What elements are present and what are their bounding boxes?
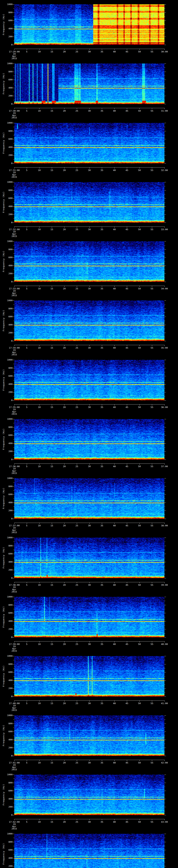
- y-minor-tick-mark: [13, 692, 14, 693]
- y-minor-tick-mark: [165, 727, 165, 728]
- x-tick-mark: [89, 108, 90, 109]
- y-tick-label: 1000: [4, 714, 12, 716]
- x-tick-mark: [14, 819, 14, 820]
- x-tick-mark: [89, 464, 90, 465]
- y-minor-tick-mark: [13, 506, 14, 507]
- end-time-label: 43:00: [157, 821, 172, 823]
- x-tick-mark: [27, 49, 27, 50]
- y-tick-mark: [13, 740, 14, 740]
- y-minor-tick-mark: [13, 143, 14, 144]
- end-time-label: 38:00: [157, 524, 172, 527]
- y-minor-tick-mark: [165, 337, 165, 337]
- spectrogram-panel: Frequency (Hz) 0200400600800100017:30:00…: [0, 59, 178, 119]
- y-minor-tick-mark: [13, 321, 14, 321]
- y-tick-label: 800: [4, 70, 12, 73]
- y-tick-label: 1000: [4, 418, 12, 420]
- y-minor-tick-mark: [13, 633, 14, 633]
- spectrogram-canvas: [14, 64, 165, 104]
- x-tick-mark: [127, 108, 127, 109]
- y-tick-mark: [13, 621, 14, 621]
- y-minor-tick-mark: [165, 388, 165, 389]
- y-minor-tick-mark: [165, 625, 165, 625]
- x-tick-mark: [102, 642, 102, 643]
- y-tick-label: 400: [4, 739, 12, 741]
- y-tick-label: 1000: [4, 477, 12, 479]
- y-tick-label: 200: [4, 450, 12, 453]
- y-minor-tick-mark: [13, 727, 14, 728]
- x-tick-mark: [14, 582, 14, 583]
- end-time-label: 39:00: [157, 584, 172, 586]
- y-tick-label: 1000: [4, 62, 12, 65]
- y-tick-mark: [13, 400, 14, 401]
- y-tick-label: 200: [4, 806, 12, 808]
- spectrogram-panel: Frequency (Hz) 0200400600800100017:37:00…: [0, 474, 178, 533]
- end-time-label: 32:00: [157, 169, 172, 172]
- y-tick-label: 400: [4, 501, 12, 504]
- y-tick-mark: [165, 570, 166, 570]
- y-tick-mark: [13, 478, 14, 478]
- y-tick-mark: [165, 740, 166, 740]
- y-tick-label: 1000: [4, 240, 12, 242]
- spectrogram-panel: Frequency (Hz) 0200400600800100017:29:00…: [0, 0, 178, 59]
- x-tick-mark: [127, 582, 127, 583]
- y-minor-tick-mark: [165, 795, 165, 795]
- y-minor-tick-mark: [165, 210, 165, 211]
- y-tick-label: 400: [4, 146, 12, 148]
- x-tick-mark: [89, 345, 90, 346]
- x-tick-mark: [102, 108, 102, 109]
- y-axis-title: Frequency (Hz): [2, 4, 5, 44]
- y-tick-mark: [165, 12, 166, 13]
- y-minor-tick-mark: [13, 676, 14, 677]
- y-axis-title: Frequency (Hz): [2, 597, 5, 637]
- x-tick-mark: [27, 345, 27, 346]
- y-minor-tick-mark: [165, 633, 165, 633]
- x-tick-mark: [102, 582, 102, 583]
- y-minor-tick-mark: [165, 372, 165, 372]
- y-tick-label: 200: [4, 332, 12, 334]
- spectrogram-canvas: [14, 241, 165, 282]
- x-tick-mark: [127, 523, 127, 524]
- x-tick-mark: [102, 167, 102, 168]
- x-tick-mark: [14, 286, 14, 287]
- y-tick-mark: [165, 613, 166, 613]
- y-minor-tick-mark: [165, 719, 165, 720]
- y-tick-mark: [165, 360, 166, 360]
- y-tick-label: 1000: [4, 3, 12, 5]
- y-minor-tick-mark: [165, 321, 165, 321]
- y-tick-mark: [165, 723, 166, 724]
- y-tick-mark: [13, 12, 14, 13]
- y-tick-label: 800: [4, 367, 12, 369]
- x-tick-mark: [89, 286, 90, 287]
- x-tick-mark: [27, 701, 27, 702]
- spectrogram-canvas: [14, 419, 165, 460]
- x-tick-mark: [14, 108, 14, 109]
- y-tick-label: 400: [4, 442, 12, 444]
- spectrogram-panel: Frequency (Hz) 0200400600800100017:38:00…: [0, 533, 178, 593]
- y-tick-mark: [165, 214, 166, 215]
- y-tick-mark: [165, 384, 166, 384]
- y-tick-label: 400: [4, 798, 12, 800]
- y-minor-tick-mark: [165, 744, 165, 744]
- x-tick-mark: [102, 404, 102, 406]
- y-minor-tick-mark: [165, 490, 165, 491]
- y-tick-label: 1000: [4, 596, 12, 598]
- y-tick-label: 0: [4, 399, 12, 401]
- y-tick-mark: [13, 368, 14, 368]
- end-time-label: 35:00: [157, 347, 172, 349]
- x-tick-mark: [14, 464, 14, 465]
- y-tick-label: 200: [4, 391, 12, 393]
- y-minor-tick-mark: [13, 372, 14, 372]
- y-tick-label: 0: [4, 103, 12, 105]
- y-tick-mark: [165, 664, 166, 664]
- y-tick-label: 800: [4, 604, 12, 606]
- y-tick-mark: [13, 214, 14, 215]
- y-tick-label: 1000: [4, 299, 12, 302]
- y-tick-mark: [13, 723, 14, 724]
- y-tick-mark: [165, 182, 166, 182]
- y-minor-tick-mark: [13, 795, 14, 795]
- y-minor-tick-mark: [13, 186, 14, 186]
- y-tick-label: 200: [4, 865, 12, 867]
- y-tick-mark: [13, 629, 14, 629]
- spectrogram-figure: Frequency (Hz) 0200400600800100017:29:00…: [0, 0, 178, 868]
- y-tick-mark: [13, 732, 14, 732]
